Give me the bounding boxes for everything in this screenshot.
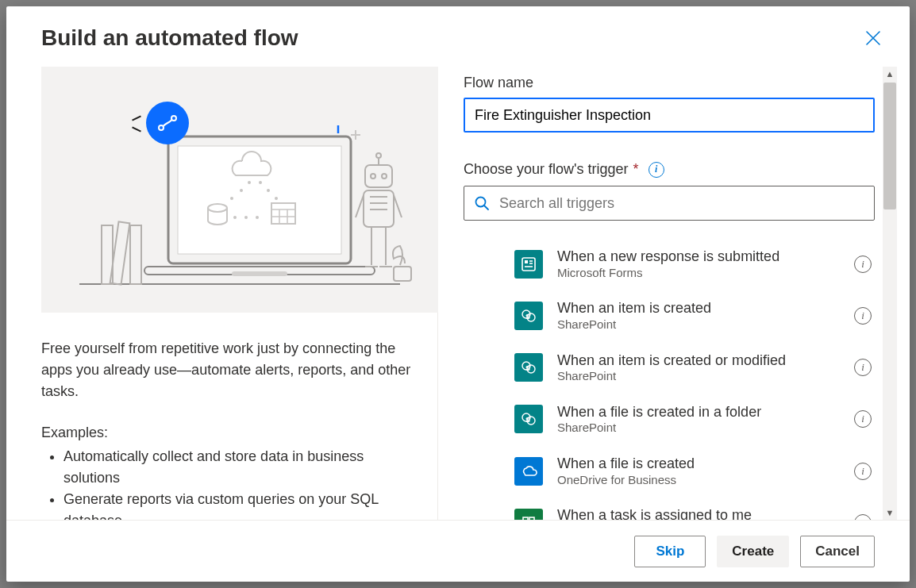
planner-icon bbox=[514, 509, 543, 520]
trigger-radio[interactable] bbox=[476, 359, 492, 375]
info-icon[interactable]: i bbox=[854, 463, 872, 480]
trigger-title: When an item is created bbox=[557, 299, 840, 317]
trigger-title: When a file is created bbox=[557, 455, 840, 473]
right-pane: Flow name Choose your flow's trigger * i bbox=[438, 67, 897, 520]
cancel-button[interactable]: Cancel bbox=[800, 536, 875, 567]
trigger-search[interactable] bbox=[464, 186, 875, 221]
example-item: Generate reports via custom queries on y… bbox=[64, 489, 412, 520]
create-button[interactable]: Create bbox=[717, 536, 789, 567]
example-item: Automatically collect and store data in … bbox=[64, 446, 412, 489]
trigger-text: When a file is created OneDrive for Busi… bbox=[557, 455, 840, 487]
trigger-service: Microsoft Forms bbox=[557, 266, 840, 281]
trigger-item-planner[interactable]: When a task is assigned to me Planner i bbox=[511, 497, 875, 520]
svg-rect-7 bbox=[178, 146, 341, 254]
svg-point-17 bbox=[240, 189, 243, 192]
scroll-up-icon[interactable]: ▲ bbox=[886, 67, 895, 81]
trigger-title: When a file is created in a folder bbox=[557, 403, 840, 421]
flow-name-label: Flow name bbox=[464, 75, 875, 91]
close-icon bbox=[866, 31, 880, 45]
info-icon[interactable]: i bbox=[854, 410, 872, 428]
svg-rect-25 bbox=[365, 165, 392, 187]
search-icon bbox=[474, 195, 490, 211]
illustration bbox=[41, 67, 438, 313]
scrollbar[interactable]: ▲ ▼ bbox=[883, 67, 897, 520]
svg-point-20 bbox=[267, 189, 270, 192]
info-icon[interactable]: i bbox=[649, 162, 664, 178]
svg-point-16 bbox=[248, 181, 251, 184]
trigger-item-forms[interactable]: When a new response is submitted Microso… bbox=[511, 238, 875, 290]
trigger-text: When an item is created SharePoint bbox=[557, 299, 840, 332]
trigger-text: When a new response is submitted Microso… bbox=[557, 248, 840, 280]
trigger-item-sharepoint[interactable]: S When a file is created in a folder Sha… bbox=[511, 394, 875, 445]
choose-trigger-text: Choose your flow's trigger bbox=[464, 161, 629, 178]
svg-point-22 bbox=[233, 216, 237, 219]
svg-rect-5 bbox=[130, 225, 141, 284]
svg-rect-60 bbox=[523, 517, 528, 520]
svg-text:S: S bbox=[525, 416, 530, 424]
trigger-service: SharePoint bbox=[557, 317, 840, 332]
trigger-radio[interactable] bbox=[476, 463, 492, 479]
svg-rect-61 bbox=[529, 517, 534, 520]
svg-point-24 bbox=[256, 216, 259, 219]
trigger-service: SharePoint bbox=[557, 421, 840, 436]
trigger-title: When an item is created or modified bbox=[557, 352, 840, 370]
svg-rect-40 bbox=[394, 267, 411, 281]
svg-point-26 bbox=[371, 174, 375, 179]
trigger-radio[interactable] bbox=[476, 256, 492, 272]
svg-point-23 bbox=[244, 216, 248, 219]
svg-point-18 bbox=[230, 197, 233, 200]
svg-rect-46 bbox=[522, 258, 535, 271]
build-automated-flow-dialog: Build an automated flow bbox=[6, 6, 910, 582]
sharepoint-icon: S bbox=[514, 302, 543, 330]
examples-heading: Examples: bbox=[41, 425, 412, 441]
svg-point-27 bbox=[382, 174, 387, 179]
dialog-body: Free yourself from repetitive work just … bbox=[6, 67, 910, 520]
trigger-item-sharepoint[interactable]: S When an item is created or modified Sh… bbox=[511, 342, 875, 394]
required-asterisk: * bbox=[633, 161, 639, 178]
dialog-title: Build an automated flow bbox=[41, 25, 298, 67]
description-text: Free yourself from repetitive work just … bbox=[41, 338, 412, 402]
scroll-down-icon[interactable]: ▼ bbox=[886, 505, 895, 520]
sharepoint-icon: S bbox=[514, 353, 543, 382]
forms-icon bbox=[514, 250, 543, 279]
dialog-header: Build an automated flow bbox=[6, 6, 910, 67]
skip-button[interactable]: Skip bbox=[634, 536, 706, 567]
trigger-title: When a task is assigned to me bbox=[557, 506, 840, 520]
info-icon[interactable]: i bbox=[854, 307, 872, 325]
close-button[interactable] bbox=[860, 25, 886, 51]
svg-point-19 bbox=[259, 181, 262, 184]
trigger-text: When a task is assigned to me Planner bbox=[557, 506, 840, 520]
choose-trigger-label: Choose your flow's trigger * i bbox=[464, 161, 875, 178]
trigger-radio[interactable] bbox=[476, 510, 492, 520]
illustration-graphic bbox=[41, 67, 438, 313]
trigger-text: When an item is created or modified Shar… bbox=[557, 352, 840, 384]
dialog-footer: Skip Create Cancel bbox=[6, 520, 910, 582]
svg-rect-9 bbox=[232, 271, 287, 276]
info-icon[interactable]: i bbox=[854, 359, 872, 376]
trigger-service: OneDrive for Business bbox=[557, 473, 840, 488]
trigger-item-onedrive[interactable]: When a file is created OneDrive for Busi… bbox=[511, 445, 875, 497]
flow-name-input[interactable] bbox=[464, 98, 875, 133]
svg-line-34 bbox=[356, 195, 364, 217]
svg-text:S: S bbox=[525, 364, 530, 372]
info-icon[interactable]: i bbox=[854, 514, 872, 520]
flow-badge-icon bbox=[146, 102, 189, 144]
svg-rect-47 bbox=[525, 260, 528, 263]
svg-line-35 bbox=[394, 195, 402, 217]
trigger-text: When a file is created in a folder Share… bbox=[557, 403, 840, 436]
scroll-thumb[interactable] bbox=[883, 83, 896, 209]
info-icon[interactable]: i bbox=[854, 256, 872, 273]
trigger-radio[interactable] bbox=[476, 308, 492, 324]
onedrive-icon bbox=[514, 457, 543, 486]
trigger-radio[interactable] bbox=[476, 411, 492, 427]
svg-point-29 bbox=[376, 153, 381, 158]
svg-point-0 bbox=[159, 125, 164, 130]
svg-point-21 bbox=[275, 197, 278, 200]
trigger-search-input[interactable] bbox=[498, 194, 864, 213]
trigger-list: When a new response is submitted Microso… bbox=[464, 238, 875, 520]
trigger-item-sharepoint[interactable]: S When an item is created SharePoint i bbox=[511, 290, 875, 341]
examples-list: Automatically collect and store data in … bbox=[41, 446, 412, 520]
left-pane: Free yourself from repetitive work just … bbox=[41, 67, 438, 520]
trigger-title: When a new response is submitted bbox=[557, 248, 840, 266]
sharepoint-icon: S bbox=[514, 405, 543, 433]
